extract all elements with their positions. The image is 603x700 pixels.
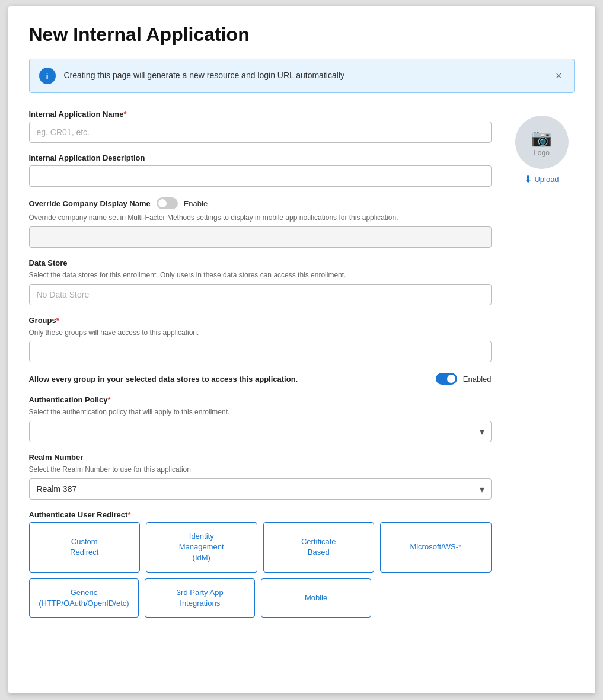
groups-desc: Only these groups will have access to th… [29,328,492,338]
redirect-mobile-button[interactable]: Mobile [261,578,371,618]
groups-field-group: Groups* Only these groups will have acce… [29,316,492,363]
data-store-desc: Select the data stores for this enrollme… [29,270,492,280]
auth-policy-select-wrapper: ▾ [29,421,492,442]
app-name-label: Internal Application Name* [29,110,492,119]
app-desc-label: Internal Application Description [29,154,492,162]
redirect-field-group: Authenticate User Redirect* CustomRedire… [29,510,492,618]
allow-groups-text: Allow every group in your selected data … [29,375,430,383]
allow-groups-status: Enabled [463,375,492,383]
page-title: New Internal Application [29,24,575,46]
allow-groups-row: Allow every group in your selected data … [29,373,492,385]
data-store-field-group: Data Store Select the data stores for th… [29,258,492,305]
auth-policy-label: Authentication Policy* [29,395,492,404]
banner-close-button[interactable]: × [553,71,564,81]
realm-label: Realm Number [29,453,492,462]
realm-select-wrapper: Realm 387 ▾ [29,478,492,500]
redirect-custom-redirect-button[interactable]: CustomRedirect [29,522,141,573]
groups-label: Groups* [29,316,492,325]
override-label: Override Company Display Name [29,199,151,208]
app-desc-input[interactable] [29,165,492,187]
override-desc: Override company name set in Multi-Facto… [29,213,492,223]
redirect-idm-button[interactable]: IdentityManagement(IdM) [146,522,257,573]
page-container: New Internal Application i Creating this… [8,6,595,693]
form-body: Internal Application Name* Internal Appl… [29,110,575,628]
upload-label: Upload [534,175,559,184]
override-toggle[interactable] [157,197,178,209]
override-company-input[interactable] [29,226,492,248]
allow-groups-toggle[interactable] [436,373,457,385]
data-store-label: Data Store [29,258,492,267]
redirect-microsoft-ws-button[interactable]: Microsoft/WS-* [380,522,492,573]
override-enable-text: Enable [184,199,208,208]
logo-label: Logo [534,149,550,157]
redirect-3rdparty-button[interactable]: 3rd Party AppIntegrations [145,578,255,618]
upload-arrow-icon: ⬇ [524,174,532,185]
app-desc-field-group: Internal Application Description [29,154,492,187]
auth-policy-select[interactable] [29,421,492,442]
auth-policy-desc: Select the authentication policy that wi… [29,407,492,417]
form-side: 📷 Logo ⬇ Upload [509,110,575,628]
auth-policy-field-group: Authentication Policy* Select the authen… [29,395,492,442]
redirect-generic-button[interactable]: Generic(HTTP/OAuth/OpenID/etc) [29,578,139,618]
info-icon: i [39,68,56,84]
groups-input[interactable] [29,341,492,362]
camera-icon: 📷 [531,128,552,148]
redirect-certificate-based-button[interactable]: CertificateBased [263,522,375,573]
override-field-group: Override Company Display Name Enable Ove… [29,197,492,248]
redirect-label: Authenticate User Redirect* [29,510,492,519]
realm-desc: Select the Realm Number to use for this … [29,465,492,475]
realm-select[interactable]: Realm 387 [29,478,492,500]
data-store-input[interactable] [29,284,492,305]
redirect-buttons-row2: Generic(HTTP/OAuth/OpenID/etc) 3rd Party… [29,578,372,618]
upload-button[interactable]: ⬇ Upload [524,174,559,185]
realm-field-group: Realm Number Select the Realm Number to … [29,453,492,500]
app-name-field-group: Internal Application Name* [29,110,492,143]
override-toggle-row: Override Company Display Name Enable [29,197,492,209]
app-name-input[interactable] [29,122,492,143]
form-main: Internal Application Name* Internal Appl… [29,110,492,628]
logo-circle: 📷 Logo [515,116,569,169]
banner-text: Creating this page will generate a new r… [64,70,553,82]
redirect-buttons-row1: CustomRedirect IdentityManagement(IdM) C… [29,522,492,573]
info-banner: i Creating this page will generate a new… [29,59,575,93]
